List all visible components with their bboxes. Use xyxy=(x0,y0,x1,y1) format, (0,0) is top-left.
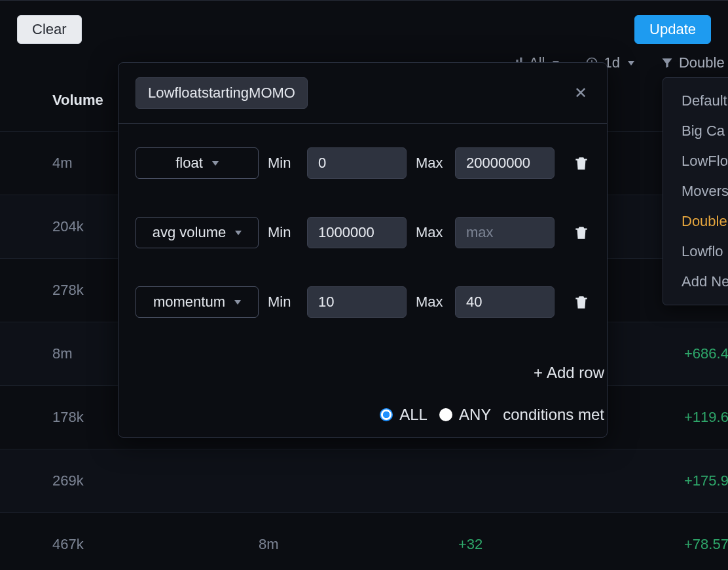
field-select-label: avg volume xyxy=(153,224,227,241)
cell-col3: +32 xyxy=(458,536,482,553)
min-label: Min xyxy=(268,294,298,311)
radio-dot-icon xyxy=(380,408,393,421)
add-row-label: Add row xyxy=(547,364,604,381)
filter-editor-modal: LowfloatstartingMOMO ✕ float Min Max avg… xyxy=(118,62,608,438)
trash-icon[interactable] xyxy=(573,294,590,311)
max-input[interactable] xyxy=(455,147,555,179)
cell-change: +78.579 xyxy=(684,536,728,553)
conditions-row: ALL ANY conditions met xyxy=(118,406,607,437)
min-input[interactable] xyxy=(307,286,407,318)
filter-row: float Min Max xyxy=(136,147,590,179)
cell-volume: 467k xyxy=(52,536,84,553)
table-row: 269k +175.99 xyxy=(0,449,728,512)
cell-volume: 8m xyxy=(52,345,73,362)
radio-any[interactable]: ANY xyxy=(439,406,491,424)
modal-body: float Min Max avg volume Min Max xyxy=(118,124,607,361)
radio-all[interactable]: ALL xyxy=(380,406,428,424)
preset-filter[interactable]: Double xyxy=(661,54,725,71)
chevron-down-icon xyxy=(234,300,241,305)
filter-row: momentum Min Max xyxy=(136,286,590,318)
preset-dropdown: Default Big Ca LowFlo Movers Double Lowf… xyxy=(663,77,728,305)
cell-volume: 178k xyxy=(52,409,84,426)
radio-dot-icon xyxy=(439,408,452,421)
min-input[interactable] xyxy=(307,147,407,179)
cell-volume: 4m xyxy=(52,155,73,172)
clear-button[interactable]: Clear xyxy=(17,15,82,44)
field-select[interactable]: momentum xyxy=(136,286,259,318)
preset-filter-label: Double xyxy=(679,54,725,71)
preset-option[interactable]: Lowflo xyxy=(663,237,728,267)
add-row-button[interactable]: +Add row xyxy=(118,364,607,382)
update-button[interactable]: Update xyxy=(634,15,711,44)
chevron-down-icon xyxy=(212,161,219,166)
min-input[interactable] xyxy=(307,217,407,248)
cell-change: +175.99 xyxy=(684,472,728,489)
min-label: Min xyxy=(268,224,298,241)
max-label: Max xyxy=(416,155,446,172)
cell-volume: 278k xyxy=(52,282,84,299)
cell-change: +119.66 xyxy=(684,409,728,426)
modal-footer: Clear Update xyxy=(0,0,728,58)
column-header-volume: Volume xyxy=(52,92,103,109)
preset-option[interactable]: Add Ne xyxy=(663,267,728,297)
field-select-label: float xyxy=(175,155,203,172)
max-label: Max xyxy=(416,294,446,311)
cell-volume: 204k xyxy=(52,218,84,235)
trash-icon[interactable] xyxy=(573,224,590,241)
cell-change: +686.4 xyxy=(684,345,728,362)
min-label: Min xyxy=(268,155,298,172)
max-input[interactable] xyxy=(455,286,555,318)
preset-option[interactable]: Big Ca xyxy=(663,116,728,146)
close-icon[interactable]: ✕ xyxy=(572,83,590,104)
cell-volume: 269k xyxy=(52,472,84,489)
chevron-down-icon xyxy=(235,231,242,235)
field-select[interactable]: float xyxy=(136,147,259,179)
plus-icon: + xyxy=(534,364,543,381)
preset-option[interactable]: LowFlo xyxy=(663,146,728,176)
field-select-label: momentum xyxy=(153,294,225,311)
filter-name-chip[interactable]: LowfloatstartingMOMO xyxy=(136,77,308,109)
chevron-down-icon xyxy=(628,61,634,66)
filter-row: avg volume Min Max xyxy=(136,217,590,248)
preset-option[interactable]: Movers xyxy=(663,176,728,206)
preset-option[interactable]: Default xyxy=(663,86,728,116)
conditions-suffix: conditions met xyxy=(503,406,604,424)
trash-icon[interactable] xyxy=(573,155,590,172)
cell-col2: 8m xyxy=(259,536,279,553)
preset-option-selected[interactable]: Double xyxy=(663,206,728,237)
modal-header: LowfloatstartingMOMO ✕ xyxy=(118,63,607,124)
radio-all-label: ALL xyxy=(399,406,428,424)
field-select[interactable]: avg volume xyxy=(136,217,259,248)
max-label: Max xyxy=(416,224,446,241)
funnel-icon xyxy=(661,56,674,69)
max-input[interactable] xyxy=(455,217,555,248)
table-row: 467k 8m +32 +78.579 xyxy=(0,512,728,570)
radio-any-label: ANY xyxy=(459,406,491,424)
